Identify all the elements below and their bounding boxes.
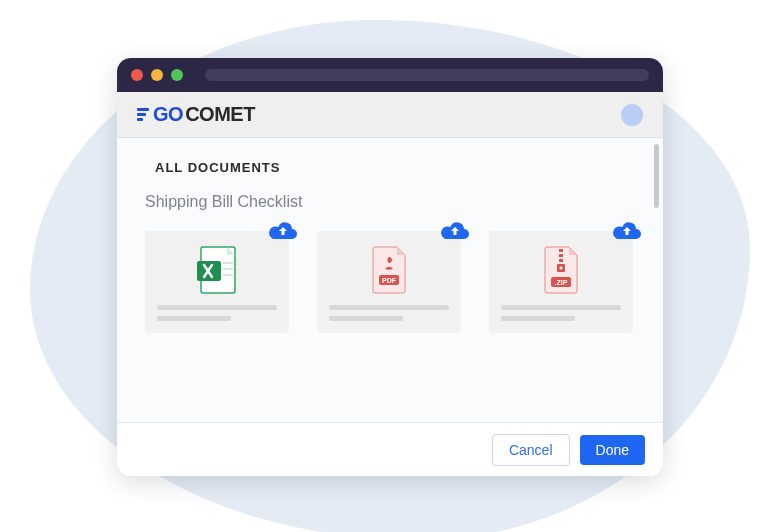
header: GOCOMET xyxy=(117,92,663,138)
footer: Cancel Done xyxy=(117,422,663,476)
titlebar xyxy=(117,58,663,92)
upload-cloud-icon[interactable] xyxy=(267,219,299,243)
placeholder-line xyxy=(329,316,403,321)
placeholder-line xyxy=(157,305,277,310)
svg-rect-8 xyxy=(559,254,563,257)
cards-row: PDF .ZIP xyxy=(145,231,635,333)
svg-text:PDF: PDF xyxy=(382,277,397,284)
logo-bars-icon xyxy=(137,108,149,121)
placeholder-line xyxy=(501,305,621,310)
cancel-button[interactable]: Cancel xyxy=(492,434,570,466)
document-card-pdf[interactable]: PDF xyxy=(317,231,461,333)
svg-point-11 xyxy=(560,267,563,270)
placeholder-line xyxy=(157,316,231,321)
placeholder-line xyxy=(501,316,575,321)
subtitle: Shipping Bill Checklist xyxy=(145,193,635,211)
maximize-icon[interactable] xyxy=(171,69,183,81)
done-button[interactable]: Done xyxy=(580,435,645,465)
svg-text:.ZIP: .ZIP xyxy=(555,279,568,286)
svg-rect-7 xyxy=(559,249,563,252)
content: ALL DOCUMENTS Shipping Bill Checklist xyxy=(117,138,663,422)
close-icon[interactable] xyxy=(131,69,143,81)
minimize-icon[interactable] xyxy=(151,69,163,81)
upload-cloud-icon[interactable] xyxy=(611,219,643,243)
zip-file-icon: .ZIP xyxy=(539,245,583,295)
document-card-excel[interactable] xyxy=(145,231,289,333)
document-card-zip[interactable]: .ZIP xyxy=(489,231,633,333)
address-bar[interactable] xyxy=(205,69,649,81)
scrollbar[interactable] xyxy=(654,144,659,208)
pdf-file-icon: PDF xyxy=(367,245,411,295)
avatar[interactable] xyxy=(621,104,643,126)
excel-file-icon xyxy=(195,245,239,295)
upload-cloud-icon[interactable] xyxy=(439,219,471,243)
section-title: ALL DOCUMENTS xyxy=(155,160,635,175)
app-window: GOCOMET ALL DOCUMENTS Shipping Bill Chec… xyxy=(117,58,663,476)
svg-rect-9 xyxy=(559,259,563,262)
logo-text-go: GO xyxy=(153,103,183,126)
placeholder-line xyxy=(329,305,449,310)
logo-text-comet: COMET xyxy=(185,103,255,126)
logo[interactable]: GOCOMET xyxy=(137,103,255,126)
